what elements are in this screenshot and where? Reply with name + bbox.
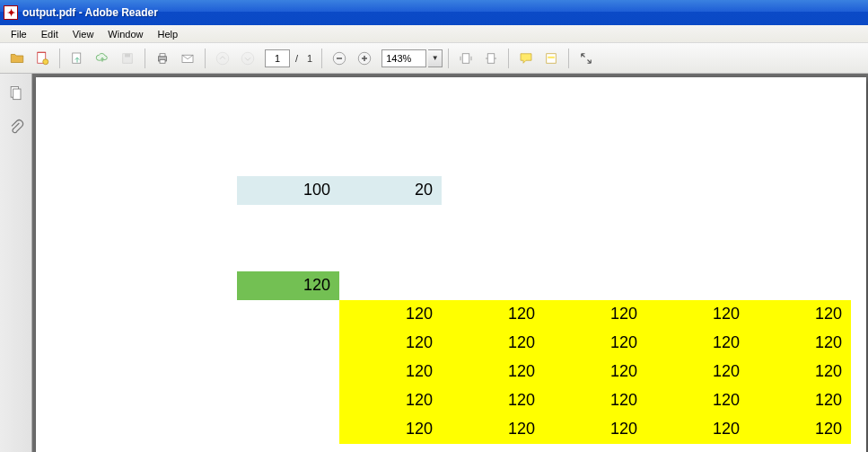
menu-window[interactable]: Window: [101, 27, 150, 41]
cell: 120: [646, 300, 749, 329]
fit-page-icon: [458, 50, 474, 66]
svg-point-9: [216, 52, 229, 65]
cell: 120: [646, 329, 749, 358]
separator: [145, 49, 145, 68]
minus-icon: [331, 50, 347, 66]
print-button[interactable]: [151, 47, 174, 70]
cell: 120: [339, 329, 442, 358]
blue-cell-2: 20: [339, 176, 442, 199]
svg-rect-7: [160, 59, 165, 63]
export-button[interactable]: [66, 47, 89, 70]
side-panel: [0, 74, 32, 452]
cell: 120: [749, 329, 851, 358]
page-sep: /: [295, 53, 298, 64]
fit-page-button[interactable]: [454, 47, 478, 70]
cloud-up-icon: [94, 50, 110, 66]
separator: [321, 49, 322, 68]
cell: 120: [544, 329, 646, 358]
table-row: 120 120 120 120 120: [339, 386, 851, 415]
speech-bubble-icon: [518, 50, 534, 66]
attachments-button[interactable]: [5, 117, 27, 138]
cell: 120: [544, 386, 646, 415]
save-button: [116, 47, 139, 70]
svg-rect-3: [123, 53, 133, 63]
cell: 120: [544, 300, 646, 329]
separator: [448, 49, 449, 68]
paperclip-icon: [7, 119, 25, 137]
table-row: 120 120 120 120 120: [339, 329, 851, 358]
blue-cell-1: 100: [237, 176, 339, 199]
zoom-out-button[interactable]: [328, 47, 351, 70]
cell: 120: [442, 300, 544, 329]
table-row: 120 120 120 120 120: [339, 415, 851, 444]
app-icon: ✦: [4, 5, 18, 20]
pdf-page: 100 20 120 120 120 120 120 120 120 120 1…: [36, 77, 866, 452]
separator: [59, 49, 60, 68]
menu-file[interactable]: File: [4, 27, 34, 41]
svg-rect-18: [13, 89, 20, 100]
workarea: 100 20 120 120 120 120 120 120 120 120 1…: [0, 74, 868, 452]
svg-rect-6: [160, 53, 165, 56]
cell: 120: [442, 329, 544, 358]
thumbnails-button[interactable]: [5, 83, 27, 104]
zoom-in-button[interactable]: [353, 47, 376, 70]
cell: 120: [646, 358, 749, 386]
cell: 120: [339, 386, 442, 415]
highlight-icon: [543, 50, 559, 66]
cell: 120: [646, 415, 749, 444]
read-mode-button[interactable]: [574, 47, 598, 70]
print-icon: [154, 50, 171, 66]
menu-view[interactable]: View: [66, 27, 101, 41]
plus-icon: [356, 50, 373, 66]
window-title: output.pdf - Adobe Reader: [22, 6, 158, 19]
blue-row: 100 20: [237, 176, 442, 205]
green-cell: 120: [237, 271, 339, 300]
toolbar: / 1 143% ▼: [0, 43, 868, 74]
open-button[interactable]: [5, 47, 29, 70]
svg-rect-16: [548, 56, 555, 58]
cell: 120: [544, 358, 646, 386]
separator: [508, 49, 509, 68]
table-row: 120 120 120 120 120: [339, 300, 851, 329]
comment-button[interactable]: [514, 47, 538, 70]
separator: [568, 49, 569, 68]
save-icon: [119, 50, 136, 66]
pages-icon: [7, 84, 25, 102]
arrow-up-icon: [215, 50, 231, 66]
page-total: 1: [307, 53, 312, 64]
svg-rect-13: [462, 53, 469, 63]
cell: 120: [339, 358, 442, 386]
svg-rect-4: [125, 53, 130, 57]
chevron-down-icon: ▼: [432, 54, 439, 62]
fit-width-button[interactable]: [479, 47, 503, 70]
zoom-dropdown[interactable]: ▼: [428, 49, 443, 67]
arrow-down-icon: [240, 50, 256, 66]
yellow-grid: 120 120 120 120 120 120 120 120 120 120 …: [339, 300, 851, 444]
svg-point-10: [241, 52, 254, 65]
separator: [205, 49, 206, 68]
export-icon: [69, 50, 85, 66]
menu-help[interactable]: Help: [150, 27, 185, 41]
create-pdf-button[interactable]: [31, 47, 54, 70]
highlight-button[interactable]: [539, 47, 563, 70]
fit-width-icon: [483, 50, 499, 66]
cell: 120: [442, 415, 544, 444]
next-page-button: [236, 47, 259, 70]
cell: 120: [749, 358, 851, 386]
cell: 120: [442, 358, 544, 386]
cloud-button[interactable]: [91, 47, 114, 70]
svg-rect-14: [487, 53, 495, 63]
cell: 120: [544, 415, 646, 444]
zoom-value[interactable]: 143%: [381, 49, 426, 67]
document-viewport[interactable]: 100 20 120 120 120 120 120 120 120 120 1…: [32, 74, 868, 452]
menubar: File Edit View Window Help: [0, 25, 868, 43]
cell: 120: [749, 386, 851, 415]
page-number-input[interactable]: [265, 49, 290, 67]
menu-edit[interactable]: Edit: [34, 27, 66, 41]
cell: 120: [749, 415, 851, 444]
prev-page-button: [211, 47, 234, 70]
titlebar: ✦ output.pdf - Adobe Reader: [0, 0, 868, 25]
cell: 120: [442, 386, 544, 415]
pdf-icon: [34, 50, 50, 66]
email-button[interactable]: [176, 47, 199, 70]
